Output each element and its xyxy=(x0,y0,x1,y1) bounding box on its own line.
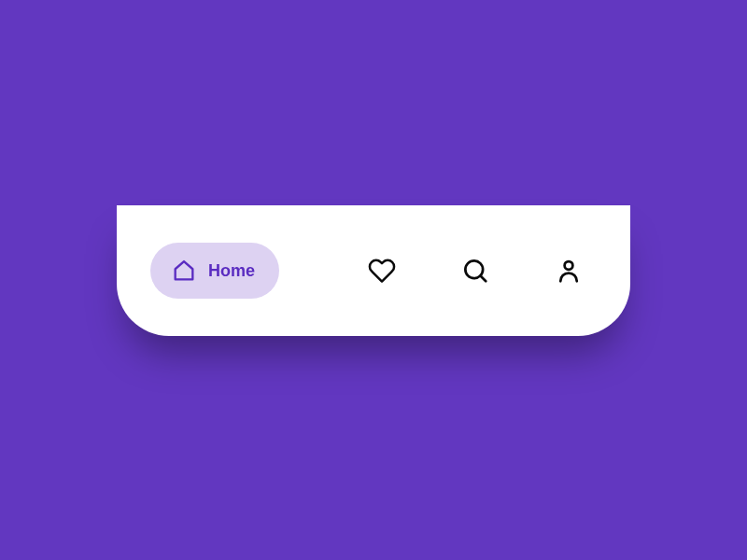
nav-item-label: Home xyxy=(208,261,255,281)
nav-item-home[interactable]: Home xyxy=(150,243,279,299)
nav-item-profile[interactable] xyxy=(541,243,597,299)
heart-icon xyxy=(368,257,396,285)
user-icon xyxy=(555,257,583,285)
home-icon xyxy=(171,258,197,284)
bottom-nav: Home xyxy=(117,205,630,336)
svg-point-2 xyxy=(565,261,573,270)
nav-item-search[interactable] xyxy=(447,243,503,299)
search-icon xyxy=(461,257,489,285)
svg-line-1 xyxy=(481,276,486,282)
nav-item-favorites[interactable] xyxy=(354,243,410,299)
